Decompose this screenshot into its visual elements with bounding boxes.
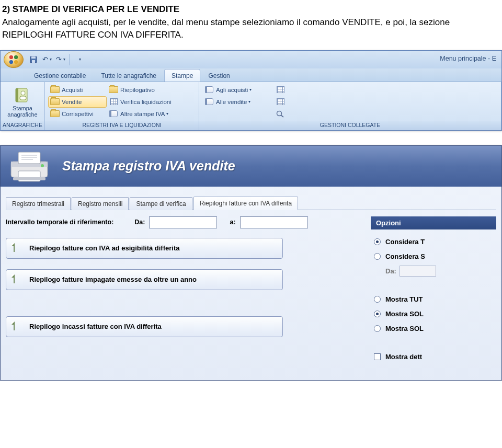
sheet-icon bbox=[14, 243, 15, 252]
svg-rect-21 bbox=[13, 177, 45, 180]
sub-da-input[interactable] bbox=[400, 266, 436, 277]
radio-icon bbox=[374, 296, 381, 303]
document-text: 2) STAMPE DI VERIFICA PER LE VENDITE Ana… bbox=[0, 0, 502, 47]
options-panel: Opzioni Considera T Considera S Da: Most… bbox=[371, 216, 496, 364]
dialog-body: Registro trimestrali Registro mensili St… bbox=[1, 187, 501, 380]
svg-point-0 bbox=[9, 55, 13, 59]
radio-icon bbox=[374, 238, 381, 245]
vendite-button[interactable]: Vendite bbox=[48, 96, 107, 108]
qat-save-button[interactable] bbox=[28, 54, 39, 65]
subtab-riepiloghi[interactable]: Riepiloghi fatture con IVA differita bbox=[193, 197, 298, 210]
svg-point-3 bbox=[14, 60, 18, 64]
book-icon bbox=[109, 110, 118, 117]
chevron-down-icon: ▾ bbox=[248, 99, 250, 104]
svg-point-20 bbox=[41, 164, 44, 167]
magnifier-icon bbox=[276, 110, 284, 118]
svg-point-1 bbox=[14, 55, 18, 59]
chevron-down-icon: ▾ bbox=[50, 57, 52, 62]
save-icon bbox=[30, 56, 37, 63]
subtab-trimestrali[interactable]: Registro trimestrali bbox=[6, 197, 71, 210]
tab-gestione-contabile[interactable]: Gestione contabile bbox=[27, 69, 93, 82]
radio-mostra-sol-1[interactable]: Mostra SOL bbox=[374, 307, 493, 321]
qat-undo-button[interactable]: ↶▾ bbox=[41, 54, 53, 65]
agli-acquisti-button[interactable]: Agli acquisti▾ bbox=[202, 84, 273, 96]
quick-access-toolbar: ↶▾ ↷▾ ▾ Menu principale - E bbox=[1, 51, 501, 68]
grid-icon bbox=[277, 98, 284, 105]
riepilogo-incassi-button[interactable]: Riepilogo incassi fatture con IVA differ… bbox=[6, 316, 283, 337]
radio-icon bbox=[374, 253, 381, 260]
svg-rect-8 bbox=[16, 88, 18, 102]
radio-mostra-tut[interactable]: Mostra TUT bbox=[374, 292, 493, 307]
svg-rect-6 bbox=[32, 60, 35, 63]
svg-rect-10 bbox=[20, 96, 26, 100]
folder-icon bbox=[109, 86, 118, 93]
riepilogo-impagate-button[interactable]: Riepilogo fatture impagate emesse da olt… bbox=[6, 269, 283, 290]
svg-rect-5 bbox=[31, 56, 36, 59]
a-label: a: bbox=[230, 219, 235, 226]
separator bbox=[70, 54, 70, 65]
sub-da-row: Da: bbox=[374, 264, 493, 279]
acquisti-button[interactable]: Acquisti bbox=[48, 84, 107, 96]
tab-anagrafiche[interactable]: Tutte le anagrafiche bbox=[94, 69, 164, 82]
stampa-anagrafiche-button[interactable]: Stampa anagrafiche bbox=[4, 84, 41, 120]
ribbon-tabstrip: Gestione contabile Tutte le anagrafiche … bbox=[1, 68, 501, 82]
table-icon bbox=[110, 98, 118, 105]
group-anagrafiche: Stampa anagrafiche ANAGRAFICHE bbox=[1, 82, 45, 130]
qat-customize-button[interactable]: ▾ bbox=[73, 54, 85, 65]
dialog-window: Stampa registro IVA vendite Registro tri… bbox=[0, 145, 502, 381]
radio-icon bbox=[374, 325, 381, 332]
doc-heading: 2) STAMPE DI VERIFICA PER LE VENDITE bbox=[2, 4, 179, 14]
riepilogo-esigibilita-button[interactable]: Riepilogo fatture con IVA ad esigibilità… bbox=[6, 238, 283, 259]
da-label: Da: bbox=[134, 219, 145, 226]
interval-row: Intervallo temporale di riferimento: Da:… bbox=[6, 216, 361, 228]
ribbon-window: ↶▾ ↷▾ ▾ Menu principale - E Gestione con… bbox=[0, 50, 502, 131]
label-line2: anagrafiche bbox=[7, 111, 38, 118]
svg-line-12 bbox=[281, 115, 283, 117]
window-title: Menu principale - E bbox=[440, 55, 496, 62]
alle-vendite-button[interactable]: Alle vendite▾ bbox=[202, 96, 273, 108]
svg-point-9 bbox=[21, 91, 25, 95]
tab-gestion[interactable]: Gestion bbox=[201, 69, 237, 82]
verifica-liquidazioni-button[interactable]: Verifica liquidazioni bbox=[107, 96, 196, 108]
label-line1: Stampa bbox=[13, 105, 32, 111]
folder-icon bbox=[50, 98, 60, 105]
book-icon bbox=[205, 86, 213, 93]
group-label: GESTIONI COLLEGATE bbox=[199, 121, 501, 130]
interval-label: Intervallo temporale di riferimento: bbox=[6, 219, 113, 226]
subtab-verifica[interactable]: Stampe di verifica bbox=[130, 197, 192, 210]
grid-icon bbox=[277, 86, 284, 93]
dialog-header: Stampa registro IVA vendite bbox=[1, 146, 501, 187]
book-icon bbox=[205, 98, 213, 105]
group-label: ANAGRAFICHE bbox=[1, 121, 44, 130]
date-from-input[interactable] bbox=[149, 216, 217, 228]
date-to-input[interactable] bbox=[240, 216, 308, 228]
address-book-icon bbox=[14, 86, 31, 104]
misc-button-3[interactable] bbox=[273, 108, 292, 120]
tab-stampe[interactable]: Stampe bbox=[164, 69, 200, 82]
group-label: REGISTRI IVA E LIQUIDAZIONI bbox=[45, 121, 199, 130]
radio-considera-s[interactable]: Considera S bbox=[374, 249, 493, 264]
dialog-title: Stampa registro IVA vendite bbox=[62, 158, 235, 174]
sheet-icon bbox=[14, 321, 15, 330]
radio-considera-t[interactable]: Considera T bbox=[374, 235, 493, 249]
office-button[interactable] bbox=[4, 51, 24, 68]
radio-icon bbox=[374, 311, 381, 317]
sub-tabstrip: Registro trimestrali Registro mensili St… bbox=[6, 196, 496, 210]
folder-icon bbox=[50, 110, 60, 117]
subtab-mensili[interactable]: Registro mensili bbox=[72, 197, 129, 210]
folder-icon bbox=[50, 86, 60, 93]
group-gestioni-collegate: Agli acquisti▾ Alle vendite▾ GESTIONI CO… bbox=[199, 82, 501, 130]
svg-rect-15 bbox=[18, 152, 40, 164]
riepilogativo-button[interactable]: Riepilogativo bbox=[107, 84, 196, 96]
radio-mostra-sol-2[interactable]: Mostra SOL bbox=[374, 321, 493, 336]
sheet-icon bbox=[14, 274, 15, 283]
altre-stampe-iva-button[interactable]: Altre stampe IVA▾ bbox=[107, 108, 196, 120]
misc-button-1[interactable] bbox=[273, 84, 292, 96]
qat-redo-button[interactable]: ↷▾ bbox=[55, 54, 66, 65]
ribbon-body: Stampa anagrafiche ANAGRAFICHE Acquisti … bbox=[1, 82, 501, 130]
corrispettivi-button[interactable]: Corrispettivi bbox=[48, 108, 107, 120]
group-registri-iva: Acquisti Vendite Corrispettivi Riepiloga… bbox=[45, 82, 199, 130]
check-mostra-dett[interactable]: Mostra dett bbox=[374, 350, 493, 364]
misc-button-2[interactable] bbox=[273, 96, 292, 108]
printer-icon bbox=[7, 150, 54, 182]
